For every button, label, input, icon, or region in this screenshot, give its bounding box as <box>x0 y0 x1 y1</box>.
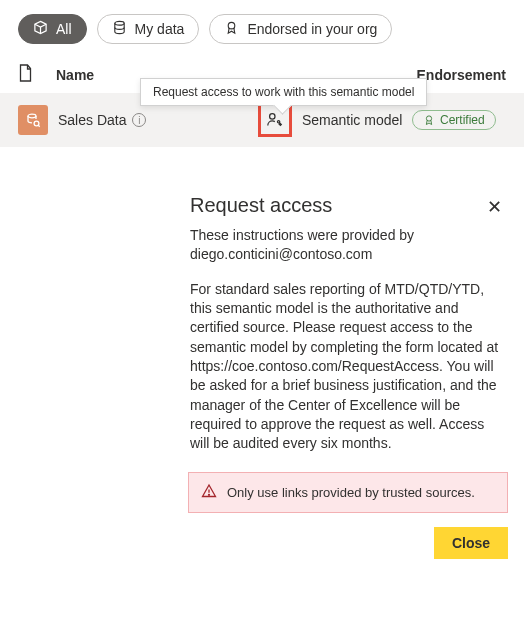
warning-icon <box>201 483 217 502</box>
dialog-provided-by: These instructions were provided by dieg… <box>188 224 508 280</box>
svg-point-0 <box>114 21 123 25</box>
close-icon[interactable]: ✕ <box>483 194 506 220</box>
row-type: Semantic model <box>302 112 412 128</box>
row-name: Sales Data <box>58 112 126 128</box>
svg-point-2 <box>28 114 36 118</box>
dialog-body: For standard sales reporting of MTD/QTD/… <box>188 280 508 472</box>
endorsement-label: Certified <box>440 113 485 127</box>
dataset-icon <box>18 105 48 135</box>
provided-by-text: These instructions were provided by <box>190 227 414 243</box>
filter-my-data-label: My data <box>135 21 185 37</box>
row-name-cell: Sales Data i <box>58 112 258 128</box>
filter-all[interactable]: All <box>18 14 87 44</box>
file-icon <box>18 64 56 85</box>
tooltip-text: Request access to work with this semanti… <box>153 85 414 99</box>
ribbon-icon <box>224 20 239 38</box>
svg-point-7 <box>209 494 210 495</box>
svg-point-4 <box>270 114 275 119</box>
filter-all-label: All <box>56 21 72 37</box>
cube-icon <box>33 20 48 38</box>
svg-point-3 <box>34 121 39 126</box>
svg-point-1 <box>229 22 236 29</box>
warning-text: Only use links provided by trusted sourc… <box>227 485 475 500</box>
filter-endorsed[interactable]: Endorsed in your org <box>209 14 392 44</box>
svg-point-5 <box>277 121 279 123</box>
database-icon <box>112 20 127 38</box>
close-button[interactable]: Close <box>434 527 508 559</box>
provided-by-email: diego.conticini@contoso.com <box>190 246 372 262</box>
filter-endorsed-label: Endorsed in your org <box>247 21 377 37</box>
filter-bar: All My data Endorsed in your org <box>0 0 524 54</box>
request-access-dialog: Request access ✕ These instructions were… <box>188 188 508 559</box>
warning-banner: Only use links provided by trusted sourc… <box>188 472 508 513</box>
endorsement-badge: Certified <box>412 110 496 130</box>
info-icon[interactable]: i <box>132 113 146 127</box>
svg-point-6 <box>426 116 431 121</box>
tooltip: Request access to work with this semanti… <box>140 78 427 106</box>
filter-my-data[interactable]: My data <box>97 14 200 44</box>
dialog-title: Request access <box>190 194 332 217</box>
